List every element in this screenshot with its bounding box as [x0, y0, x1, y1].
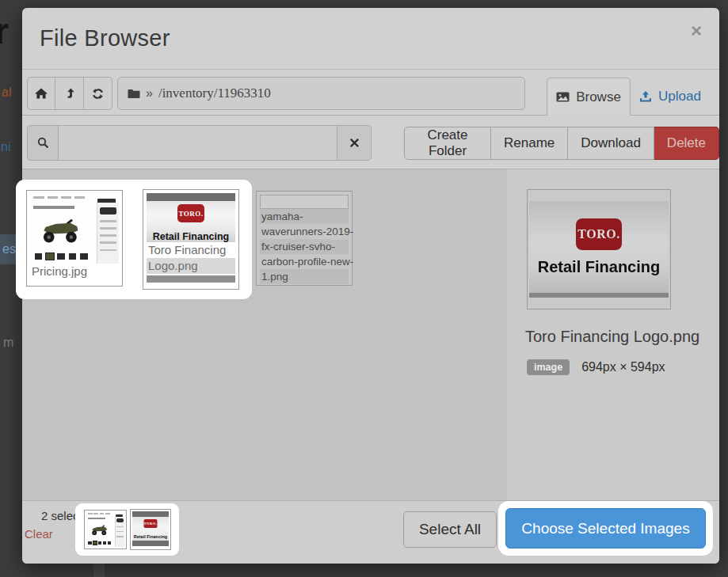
- upload-icon: [639, 91, 652, 102]
- file-name-line: Logo.png: [147, 258, 235, 274]
- preview-image: TORO. Retail Financing: [529, 201, 669, 298]
- toro-logo: TORO.: [144, 519, 158, 528]
- clear-selection-link[interactable]: Clear: [25, 527, 53, 541]
- background-page-fragment: ni: [1, 140, 10, 154]
- file-thumbnail: [86, 512, 124, 547]
- file-action-buttons: Create Folder Rename Download Delete: [404, 127, 719, 160]
- thumbnail-sidebar: [97, 203, 119, 264]
- select-all-button[interactable]: Select All: [403, 511, 497, 548]
- selected-mini-toro[interactable]: TORO. Retail Financing: [130, 509, 171, 550]
- breadcrumb-separator: »: [146, 86, 153, 101]
- file-thumbnail: [30, 194, 119, 264]
- choose-selected-images-button[interactable]: Choose Selected Images: [505, 508, 706, 549]
- toro-logo: TORO.: [576, 218, 622, 250]
- home-icon: [35, 88, 48, 99]
- thumbnail-gallery-row: [35, 253, 88, 260]
- selection-highlight-overlay: Pricing.jpg TORO. Retail Financing Toro …: [16, 180, 252, 299]
- preview-image-box: TORO. Retail Financing: [527, 189, 671, 309]
- page-title: File Browser: [40, 25, 170, 51]
- close-icon[interactable]: ×: [686, 21, 707, 41]
- file-type-badge: image: [527, 359, 570, 375]
- file-thumbnail: [260, 195, 349, 209]
- breadcrumb[interactable]: » /inventory/11963310: [117, 77, 525, 110]
- up-directory-button[interactable]: [55, 77, 84, 110]
- choose-button-highlight-overlay: Choose Selected Images: [498, 501, 713, 556]
- rename-button[interactable]: Rename: [491, 127, 568, 160]
- file-name-line: yamaha-: [260, 209, 349, 224]
- background-page-fragment: al: [2, 85, 11, 100]
- file-name-line: waverunners-2019-: [260, 224, 349, 239]
- file-name-line: Toro Financing: [147, 242, 235, 258]
- folder-icon: [128, 89, 140, 99]
- create-folder-button[interactable]: Create Folder: [404, 127, 491, 160]
- background-page-fragment: es: [2, 242, 16, 256]
- file-name-line: fx-cruiser-svho-: [260, 239, 349, 254]
- toro-caption: Retail Financing: [529, 258, 669, 276]
- toro-caption: Retail Financing: [147, 231, 235, 242]
- preview-panel: TORO. Retail Financing Toro Financing Lo…: [507, 169, 719, 500]
- refresh-button[interactable]: [84, 77, 112, 110]
- tab-upload-label: Upload: [658, 89, 701, 104]
- download-button[interactable]: Download: [568, 127, 654, 160]
- toro-caption: Retail Financing: [132, 534, 169, 539]
- background-page-fragment: m: [3, 336, 13, 350]
- file-thumbnail: TORO. Retail Financing: [147, 193, 235, 242]
- selected-minis-highlight-overlay: TORO. Retail Financing: [75, 503, 179, 556]
- selected-mini-pricing[interactable]: [84, 510, 127, 549]
- navigation-toolbar: [27, 77, 112, 110]
- file-name: Pricing.jpg: [30, 264, 119, 279]
- refresh-icon: [92, 88, 104, 100]
- thumbnail-nav-bar: [33, 196, 85, 199]
- image-dimensions: 694px × 594px: [581, 360, 665, 374]
- file-tile-pricing[interactable]: Pricing.jpg: [26, 190, 123, 287]
- image-bottom-bar: [147, 275, 235, 283]
- file-name-line: 1.png: [260, 269, 349, 284]
- modal-header: File Browser ×: [22, 8, 719, 70]
- search-icon: [37, 137, 49, 149]
- background-page-fragment: [93, 564, 105, 577]
- search-input[interactable]: [58, 125, 337, 161]
- preview-filename: Toro Financing Logo.png: [525, 328, 699, 346]
- clear-search-button[interactable]: [337, 125, 372, 161]
- level-up-icon: [64, 88, 75, 99]
- toro-logo: TORO.: [177, 204, 204, 222]
- image-top-bar: [147, 193, 235, 201]
- file-thumbnail: TORO. Retail Financing: [132, 511, 169, 546]
- file-tile-toro[interactable]: TORO. Retail Financing Toro Financing Lo…: [143, 189, 239, 290]
- tab-browse-label: Browse: [576, 89, 621, 105]
- preview-meta: image 694px × 594px: [527, 359, 665, 375]
- delete-button[interactable]: Delete: [654, 127, 719, 160]
- image-bottom-bar: [529, 293, 669, 298]
- picture-icon: [556, 92, 570, 102]
- home-button[interactable]: [27, 77, 55, 110]
- search-icon-addon: [27, 125, 58, 161]
- current-path: /inventory/11963310: [158, 85, 271, 101]
- background-page-fragment: r: [0, 9, 9, 52]
- thumbnail-title-bar: [33, 206, 74, 209]
- tab-upload[interactable]: Upload: [634, 78, 707, 116]
- atv-image: [36, 214, 86, 245]
- search-group: [27, 125, 372, 161]
- x-icon: [349, 138, 360, 148]
- file-name-line: carbon-profile-new-: [260, 254, 349, 269]
- file-tile-yamaha[interactable]: yamaha- waverunners-2019- fx-cruiser-svh…: [256, 191, 353, 286]
- tab-browse[interactable]: Browse: [547, 78, 631, 116]
